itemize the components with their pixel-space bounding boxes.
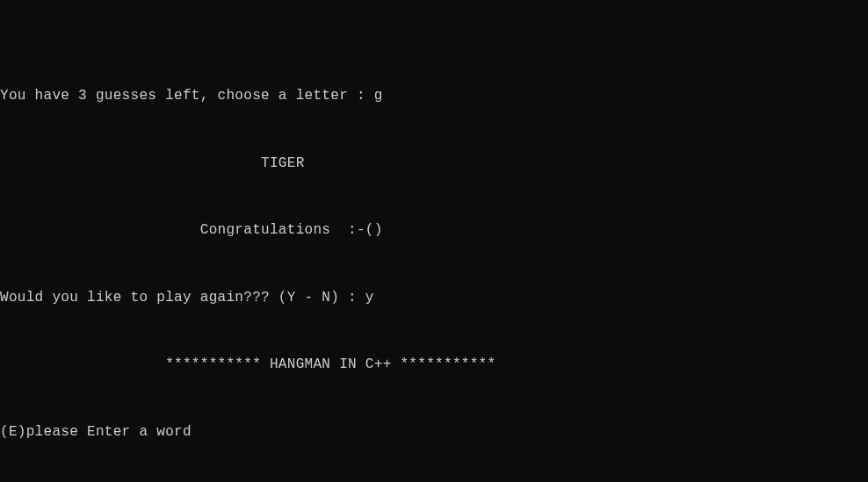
blank-line — [0, 391, 868, 407]
blank-line — [0, 189, 868, 205]
blank-line — [0, 255, 868, 272]
terminal-output: You have 3 guesses left, choose a letter… — [0, 68, 868, 482]
blank-line — [0, 457, 868, 474]
blank-line — [0, 121, 868, 138]
play-again-prompt-line: Would you like to play again??? (Y - N) … — [0, 290, 868, 306]
congratulations-line: Congratulations :-() — [0, 222, 868, 239]
menu-option-e-line: (E)please Enter a word — [0, 424, 868, 441]
revealed-word-line: TIGER — [0, 155, 868, 172]
title-banner-line: *********** HANGMAN IN C++ *********** — [0, 356, 868, 373]
blank-line — [0, 323, 868, 340]
guess-prompt-line: You have 3 guesses left, choose a letter… — [0, 88, 868, 104]
